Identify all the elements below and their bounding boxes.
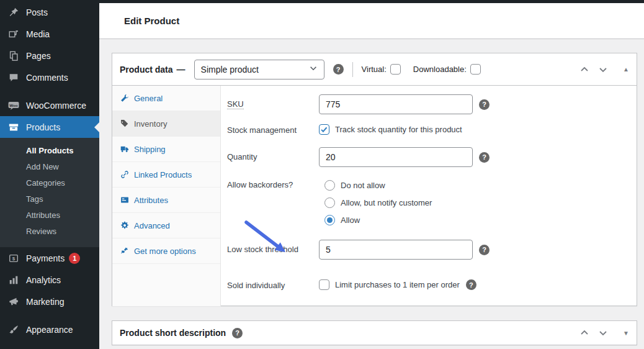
move-down-icon[interactable] <box>598 65 608 75</box>
tab-attributes[interactable]: Attributes <box>112 188 220 213</box>
analytics-icon <box>7 274 20 286</box>
quantity-row: Quantity ? <box>227 147 627 167</box>
submenu-item-categories[interactable]: Categories <box>0 175 99 191</box>
tab-advanced[interactable]: Advanced <box>112 213 220 238</box>
sku-row: SKU ? <box>227 94 627 114</box>
quantity-input[interactable] <box>319 147 473 167</box>
move-up-icon[interactable] <box>579 65 589 75</box>
sidebar-item-label: Comments <box>26 73 68 83</box>
page-title: Edit Product <box>124 16 179 26</box>
backorder-option-do-not-allow[interactable]: Do not allow <box>319 180 432 191</box>
product-type-selected-value: Simple product <box>201 65 259 75</box>
tab-label: Shipping <box>134 145 166 154</box>
track-stock-label[interactable]: Track stock quantity for this product <box>335 125 462 134</box>
submenu-item-attributes[interactable]: Attributes <box>0 207 99 224</box>
products-icon <box>7 121 20 134</box>
short-description-title: Product short description <box>120 328 226 338</box>
sku-help-icon[interactable]: ? <box>479 99 490 110</box>
sidebar-item-marketing[interactable]: Marketing <box>0 291 99 312</box>
submenu-item-tags[interactable]: Tags <box>0 191 99 207</box>
move-down-icon[interactable] <box>598 328 608 338</box>
virtual-checkbox[interactable] <box>390 64 401 75</box>
submenu-item-all-products[interactable]: All Products <box>0 143 99 159</box>
tab-label: Inventory <box>134 119 167 129</box>
pushpin-icon <box>7 6 20 19</box>
radio-icon-selected <box>324 215 335 225</box>
tab-get-more-options[interactable]: Get more options <box>112 238 220 264</box>
tab-inventory[interactable]: Inventory <box>112 111 220 137</box>
link-icon <box>120 170 129 179</box>
plug-icon <box>120 247 129 256</box>
sold-individually-checkbox[interactable] <box>319 279 329 290</box>
panel-order-controls: ▼ <box>579 328 629 338</box>
admin-sidebar: Posts Media Pages Comments Woo WooC <box>0 0 99 349</box>
backorder-option-allow-notify[interactable]: Allow, but notify customer <box>319 197 432 208</box>
downloadable-checkbox[interactable] <box>470 64 481 75</box>
sold-individually-row: Sold individually Limit purchases to 1 i… <box>227 279 627 290</box>
backorders-radio-group: Do not allow Allow, but notify customer … <box>319 179 432 225</box>
radio-icon <box>324 180 335 191</box>
sidebar-item-appearance[interactable]: Appearance <box>0 319 99 340</box>
sidebar-item-woocommerce[interactable]: Woo WooCommerce <box>0 94 99 116</box>
sku-label: SKU <box>227 99 244 109</box>
radio-label: Allow <box>341 215 360 225</box>
tag-icon <box>120 119 129 129</box>
attributes-icon <box>120 196 129 205</box>
sku-input[interactable] <box>319 94 473 114</box>
sidebar-item-posts[interactable]: Posts <box>0 1 99 23</box>
active-menu-arrow <box>89 122 99 132</box>
product-type-help-icon[interactable]: ? <box>333 64 344 75</box>
sidebar-separator <box>0 88 99 94</box>
sold-individually-label: Sold individually <box>227 280 319 290</box>
collapse-toggle-icon[interactable]: ▲ <box>623 66 629 73</box>
tab-label: General <box>134 94 163 103</box>
sold-individually-text[interactable]: Limit purchases to 1 item per order <box>335 280 460 289</box>
inventory-form: SKU ? Stock management Track stock quant… <box>221 86 637 306</box>
truck-icon <box>120 145 129 154</box>
tab-shipping[interactable]: Shipping <box>112 137 220 162</box>
sidebar-item-media[interactable]: Media <box>0 23 99 45</box>
sidebar-item-analytics[interactable]: Analytics <box>0 269 99 291</box>
sidebar-item-label: Analytics <box>26 275 61 285</box>
move-up-icon[interactable] <box>579 328 589 338</box>
product-data-tabs: General Inventory Shipping <box>112 86 221 306</box>
sold-individually-help-icon[interactable]: ? <box>466 279 476 290</box>
header-divider <box>352 62 353 77</box>
product-data-body: General Inventory Shipping <box>112 86 637 306</box>
backorder-option-allow[interactable]: Allow <box>319 215 432 225</box>
payments-icon: $ <box>7 252 20 265</box>
product-type-select[interactable]: Simple product <box>194 60 324 79</box>
product-data-header: Product data — Simple product ? Virtual:… <box>112 53 637 86</box>
sidebar-item-comments[interactable]: Comments <box>0 66 99 88</box>
appearance-brush-icon <box>7 324 20 336</box>
short-description-header: Product short description ? ▼ <box>112 321 637 345</box>
downloadable-label: Downloadable: <box>413 65 467 74</box>
payments-count-badge: 1 <box>69 253 80 264</box>
sidebar-item-label: Posts <box>26 7 48 17</box>
sidebar-item-products[interactable]: Products <box>0 116 99 138</box>
virtual-label: Virtual: <box>362 65 387 74</box>
sidebar-item-payments[interactable]: $ Payments 1 <box>0 247 99 269</box>
submenu-item-reviews[interactable]: Reviews <box>0 224 99 240</box>
submenu-item-add-new[interactable]: Add New <box>0 159 99 175</box>
media-icon <box>7 28 20 40</box>
backorders-row: Allow backorders? Do not allow Allow, bu… <box>227 179 627 225</box>
tab-label: Attributes <box>134 196 168 205</box>
comments-icon <box>7 71 20 84</box>
low-stock-help-icon[interactable]: ? <box>479 245 490 255</box>
sidebar-item-pages[interactable]: Pages <box>0 45 99 66</box>
tab-general[interactable]: General <box>112 86 220 111</box>
product-data-panel: Product data — Simple product ? Virtual:… <box>112 53 637 306</box>
track-stock-checkbox[interactable] <box>319 124 329 135</box>
short-description-panel: Product short description ? ▼ <box>112 320 637 345</box>
collapse-toggle-icon[interactable]: ▼ <box>623 330 629 337</box>
low-stock-row: Low stock threshold ? <box>227 240 627 260</box>
low-stock-label: Low stock threshold <box>227 240 319 254</box>
low-stock-input[interactable] <box>319 240 473 260</box>
stock-management-label: Stock management <box>227 125 319 135</box>
wordpress-admin-screen: Posts Media Pages Comments Woo WooC <box>0 0 644 349</box>
tab-linked-products[interactable]: Linked Products <box>112 162 220 188</box>
sidebar-item-label: Pages <box>26 51 51 61</box>
short-description-help-icon[interactable]: ? <box>232 328 243 338</box>
quantity-help-icon[interactable]: ? <box>479 152 490 163</box>
